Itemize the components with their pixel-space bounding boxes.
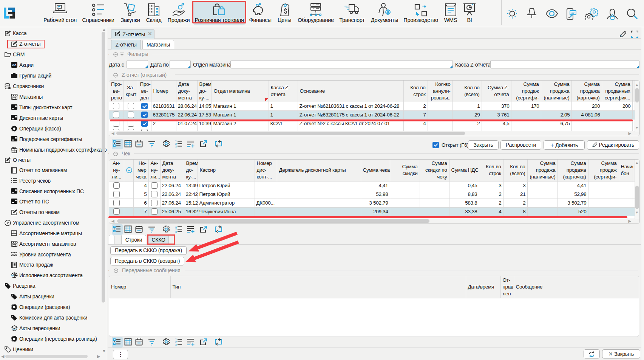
svg-text:1: 1 [175, 338, 177, 341]
svg-text:Ad: Ad [12, 63, 17, 67]
svg-text:2: 2 [175, 143, 177, 145]
svg-text:3: 3 [175, 145, 177, 147]
svg-text:3: 3 [175, 343, 177, 346]
svg-text:1: 1 [175, 140, 177, 143]
svg-text:2: 2 [175, 341, 177, 343]
